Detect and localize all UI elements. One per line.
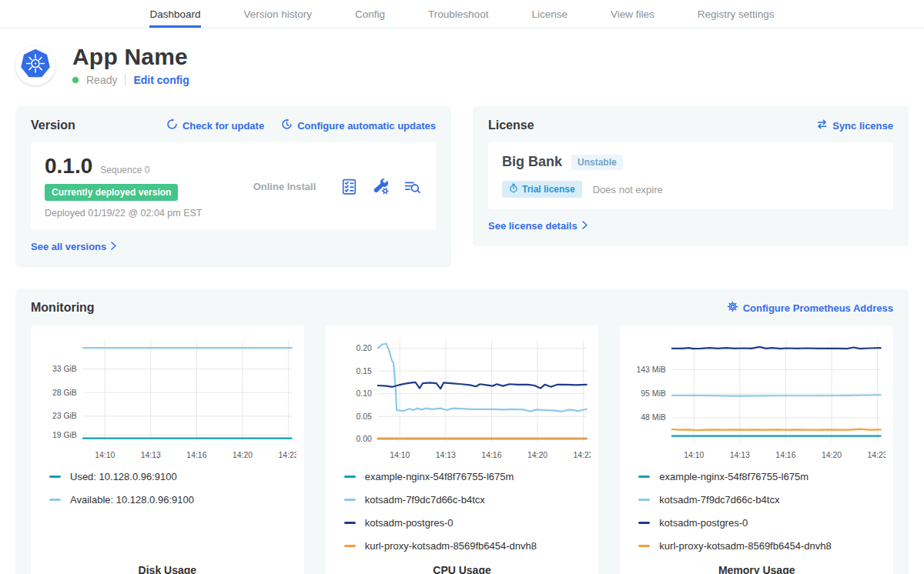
check-for-update-link[interactable]: Check for update xyxy=(166,118,264,132)
gear-icon xyxy=(727,301,738,315)
svg-text:19 GiB: 19 GiB xyxy=(52,431,77,439)
svg-text:14:10: 14:10 xyxy=(95,451,115,459)
legend-swatch xyxy=(344,499,356,501)
see-license-details-link[interactable]: See license details xyxy=(488,220,588,232)
license-panel: License Sync license Big Bank xyxy=(473,106,909,246)
svg-text:14:10: 14:10 xyxy=(685,451,705,459)
chevron-right-icon xyxy=(582,220,588,232)
svg-text:0.00: 0.00 xyxy=(356,435,372,443)
monitoring-panel-head: Monitoring Configure Prometheus Address xyxy=(31,301,893,315)
legend-swatch xyxy=(49,476,61,478)
legend-item: kotsadm-postgres-0 xyxy=(638,517,886,529)
sync-license-link[interactable]: Sync license xyxy=(816,118,893,132)
series-line xyxy=(377,382,586,389)
legend-swatch xyxy=(49,499,61,501)
see-all-versions-link[interactable]: See all versions xyxy=(31,241,116,252)
deployed-timestamp: Deployed 01/19/22 @ 02:04 pm EST xyxy=(45,208,229,219)
version-number: 0.1.0 xyxy=(45,154,92,179)
dashboard-page: App Name Ready Edit config Version xyxy=(0,28,924,574)
sync-arrows-icon xyxy=(816,118,828,132)
refresh-icon xyxy=(166,118,178,132)
disk-usage-legend: Used: 10.128.0.96:9100Available: 10.128.… xyxy=(49,471,296,517)
svg-text:48 MiB: 48 MiB xyxy=(641,413,667,422)
chart-title: CPU Usage xyxy=(333,564,591,574)
legend-label: kotsadm-postgres-0 xyxy=(365,517,454,529)
svg-text:14:16: 14:16 xyxy=(186,451,206,459)
svg-text:0.05: 0.05 xyxy=(356,412,372,421)
configure-automatic-updates-link[interactable]: Configure automatic updates xyxy=(281,118,436,132)
version-action-icons xyxy=(340,177,422,196)
chevron-right-icon xyxy=(111,241,116,252)
legend-item: kotsadm-postgres-0 xyxy=(344,517,591,529)
channel-badge: Unstable xyxy=(571,155,623,170)
svg-text:14:20: 14:20 xyxy=(233,451,253,459)
app-header-text: App Name Ready Edit config xyxy=(72,44,189,86)
svg-text:0.20: 0.20 xyxy=(356,344,372,352)
app-header: App Name Ready Edit config xyxy=(15,44,909,86)
cpu-usage-chart: 14:1014:1314:1614:2014:230.000.050.100.1… xyxy=(333,333,591,468)
version-heading: Version xyxy=(31,118,75,132)
tab-registry-settings[interactable]: Registry settings xyxy=(698,0,775,28)
legend-label: example-nginx-54f8f76755-l675m xyxy=(659,471,808,482)
customer-name: Big Bank xyxy=(502,154,562,170)
legend-swatch xyxy=(638,522,650,524)
svg-text:143 MiB: 143 MiB xyxy=(637,365,666,374)
tab-version-history[interactable]: Version history xyxy=(244,0,313,28)
series-line xyxy=(377,344,586,412)
tab-troubleshoot[interactable]: Troubleshoot xyxy=(428,0,488,28)
cpu-usage-card: 14:1014:1314:1614:2014:230.000.050.100.1… xyxy=(326,325,599,574)
legend-item: Used: 10.128.0.96:9100 xyxy=(49,471,296,482)
edit-config-link[interactable]: Edit config xyxy=(133,74,189,86)
svg-text:28 GiB: 28 GiB xyxy=(52,389,77,397)
trial-license-badge: Trial license xyxy=(502,181,582,198)
version-panel: Version Check for update xyxy=(15,106,451,267)
config-wrench-icon[interactable] xyxy=(371,177,390,196)
monitoring-heading: Monitoring xyxy=(31,301,95,315)
version-info: 0.1.0 Sequence 0 Currently deployed vers… xyxy=(45,154,229,219)
deploy-logs-icon[interactable] xyxy=(403,177,422,196)
series-line xyxy=(672,429,881,430)
legend-item: kotsadm-7f9dc7d66c-b4tcx xyxy=(344,494,591,506)
trial-license-label: Trial license xyxy=(522,184,575,195)
svg-text:14:16: 14:16 xyxy=(481,451,501,459)
configure-prometheus-link[interactable]: Configure Prometheus Address xyxy=(727,301,893,315)
svg-text:14:13: 14:13 xyxy=(141,451,161,459)
license-heading: License xyxy=(488,118,534,132)
legend-swatch xyxy=(638,476,650,478)
see-license-details-label: See license details xyxy=(488,220,578,232)
legend-label: Used: 10.128.0.96:9100 xyxy=(70,471,177,482)
svg-text:14:23: 14:23 xyxy=(573,451,591,459)
svg-text:0.10: 0.10 xyxy=(356,389,372,398)
preflight-checks-icon[interactable] xyxy=(340,177,359,196)
legend-label: Available: 10.128.0.96:9100 xyxy=(70,494,194,506)
legend-item: Available: 10.128.0.96:9100 xyxy=(49,494,296,506)
version-panel-head: Version Check for update xyxy=(31,118,436,132)
app-title: App Name xyxy=(72,44,189,70)
cards-row: Version Check for update xyxy=(15,106,909,267)
svg-text:14:13: 14:13 xyxy=(730,451,750,459)
app-status-row: Ready Edit config xyxy=(72,74,189,86)
tab-license[interactable]: License xyxy=(531,0,567,28)
install-type-label: Online Install xyxy=(253,181,316,192)
legend-swatch xyxy=(638,545,650,547)
svg-text:14:20: 14:20 xyxy=(527,451,547,459)
legend-swatch xyxy=(638,499,650,501)
see-all-versions-label: See all versions xyxy=(31,241,106,252)
tab-view-files[interactable]: View files xyxy=(611,0,654,28)
license-panel-head: License Sync license xyxy=(488,118,893,132)
configure-automatic-updates-label: Configure automatic updates xyxy=(297,120,436,132)
legend-swatch xyxy=(344,545,356,547)
disk-usage-card: 14:1014:1314:1614:2014:2319 GiB23 GiB28 … xyxy=(31,325,304,574)
tab-dashboard[interactable]: Dashboard xyxy=(149,0,200,28)
series-line xyxy=(672,347,881,349)
cpu-usage-legend: example-nginx-54f8f76755-l675mkotsadm-7f… xyxy=(344,471,591,563)
disk-usage-chart: 14:1014:1314:1614:2014:2319 GiB23 GiB28 … xyxy=(38,333,296,468)
expiry-text: Does not expire xyxy=(593,184,663,195)
legend-item: kotsadm-7f9dc7d66c-b4tcx xyxy=(638,494,886,506)
configure-prometheus-label: Configure Prometheus Address xyxy=(743,302,893,314)
svg-text:14:13: 14:13 xyxy=(435,451,455,459)
legend-item: example-nginx-54f8f76755-l675m xyxy=(638,471,886,482)
legend-label: kotsadm-7f9dc7d66c-b4tcx xyxy=(365,494,485,506)
tab-config[interactable]: Config xyxy=(355,0,385,28)
svg-text:23 GiB: 23 GiB xyxy=(52,412,77,420)
